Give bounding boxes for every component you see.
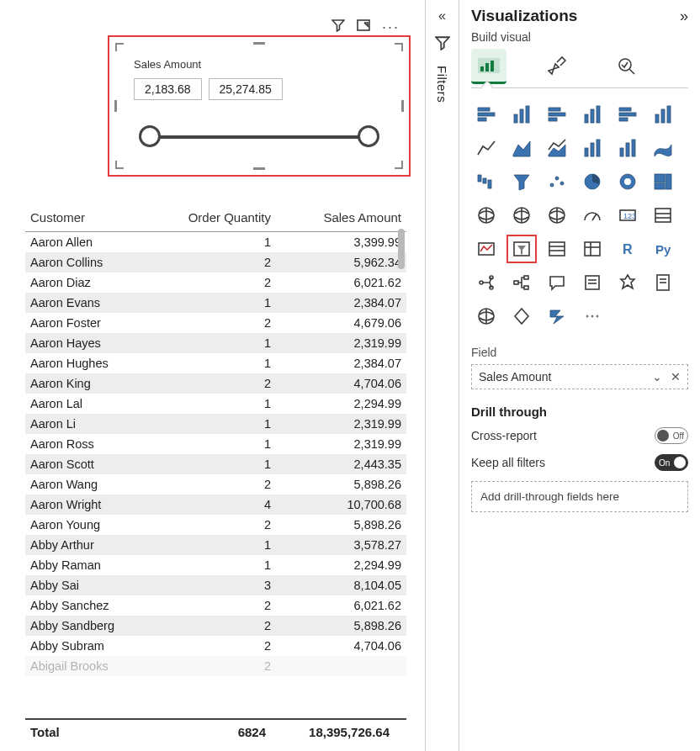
viz-paginated-icon[interactable] <box>648 268 678 297</box>
table-row[interactable]: Aaron King24,704.06 <box>25 373 406 394</box>
tab-analytics[interactable] <box>609 49 644 84</box>
viz-line-icon[interactable] <box>471 134 501 162</box>
viz-filled-map-icon[interactable] <box>506 201 537 230</box>
cross-report-toggle[interactable]: Off <box>655 427 688 444</box>
col-order-qty[interactable]: Order Quantity <box>177 205 276 232</box>
keep-filters-toggle[interactable]: On <box>655 454 688 471</box>
viz-slicer-icon[interactable] <box>506 235 537 263</box>
table-row[interactable]: Abby Arthur13,578.27 <box>25 535 406 555</box>
viz-powerautomate-icon[interactable] <box>542 302 572 331</box>
resize-handle[interactable] <box>253 42 265 45</box>
field-well[interactable]: Sales Amount ⌄ ✕ <box>471 364 688 389</box>
viz-stacked-bar-100-icon[interactable] <box>612 100 643 129</box>
resize-handle[interactable] <box>115 161 124 169</box>
resize-handle[interactable] <box>253 167 265 170</box>
slicer-min-input[interactable]: 2,183.68 <box>134 78 202 100</box>
resize-handle[interactable] <box>395 43 403 51</box>
viz-funnel-icon[interactable] <box>506 167 537 196</box>
slicer-visual[interactable]: Sales Amount 2,183.68 25,274.85 <box>108 35 411 177</box>
resize-handle[interactable] <box>395 161 403 169</box>
cell-qty: 1 <box>177 232 276 253</box>
table-row[interactable]: Aaron Evans12,384.07 <box>25 293 406 313</box>
table-row[interactable]: Aaron Wright410,700.68 <box>25 494 406 515</box>
viz-donut-icon[interactable] <box>612 167 643 196</box>
viz-stacked-column-100-icon[interactable] <box>648 100 678 129</box>
viz-treemap-icon[interactable] <box>648 167 678 196</box>
table-row[interactable]: Aaron Hayes12,319.99 <box>25 333 406 353</box>
viz-waterfall-icon[interactable] <box>471 167 501 196</box>
viz-more-icon[interactable] <box>577 302 607 331</box>
slicer-handle-min[interactable] <box>139 125 161 147</box>
table-row[interactable]: Abby Subram24,704.06 <box>25 636 406 656</box>
table-row[interactable]: Aaron Allen13,399.99 <box>25 232 406 253</box>
viz-stacked-column-icon[interactable] <box>506 100 537 129</box>
expand-icon[interactable]: » <box>680 8 688 25</box>
table-row[interactable]: Abby Raman12,294.99 <box>25 555 406 575</box>
resize-handle[interactable] <box>115 43 124 51</box>
col-customer[interactable]: Customer <box>25 205 177 232</box>
viz-stacked-area-icon[interactable] <box>542 134 572 162</box>
cell-qty: 1 <box>177 333 276 353</box>
slicer-handle-max[interactable] <box>358 125 379 147</box>
viz-map-icon[interactable] <box>471 201 501 230</box>
viz-card-icon[interactable]: 123 <box>612 201 643 230</box>
viz-arcgis-icon[interactable] <box>471 302 501 331</box>
table-row[interactable]: Aaron Scott12,443.35 <box>25 454 406 474</box>
more-options-icon[interactable]: ··· <box>382 19 400 36</box>
collapse-icon[interactable]: « <box>438 8 446 24</box>
viz-stacked-bar-icon[interactable] <box>471 100 501 129</box>
filters-pane-collapsed[interactable]: « Filters <box>426 0 459 751</box>
table-row[interactable]: Aaron Li12,319.99 <box>25 414 406 434</box>
viz-ribbon-icon[interactable] <box>648 134 678 162</box>
table-row[interactable]: Abby Sandberg25,898.26 <box>25 616 406 636</box>
table-row[interactable]: Aaron Collins25,962.34 <box>25 252 406 272</box>
viz-goals-icon[interactable] <box>612 268 643 297</box>
viz-area-icon[interactable] <box>506 134 537 162</box>
table-row[interactable]: Aaron Diaz26,021.62 <box>25 272 406 293</box>
viz-azure-map-icon[interactable] <box>542 201 572 230</box>
drill-through-dropzone[interactable]: Add drill-through fields here <box>471 481 688 512</box>
table-row[interactable]: Abby Sai38,104.05 <box>25 575 406 595</box>
table-row[interactable]: Aaron Young25,898.26 <box>25 515 406 535</box>
viz-line-clustered-column-icon[interactable] <box>612 134 643 162</box>
svg-rect-64 <box>514 281 518 284</box>
viz-pie-icon[interactable] <box>577 167 607 196</box>
viz-multi-row-card-icon[interactable] <box>648 201 678 230</box>
viz-powerapps-icon[interactable] <box>506 302 537 331</box>
col-sales-amount[interactable]: Sales Amount <box>276 205 406 232</box>
viz-gauge-icon[interactable] <box>577 201 607 230</box>
viz-r-visual-icon[interactable]: R <box>612 235 643 263</box>
viz-kpi-icon[interactable] <box>471 235 501 263</box>
table-scrollbar[interactable] <box>398 209 405 696</box>
table-row[interactable]: Aaron Foster24,679.06 <box>25 313 406 333</box>
table-row[interactable]: Abby Sanchez26,021.62 <box>25 595 406 616</box>
remove-field-icon[interactable]: ✕ <box>671 370 681 383</box>
viz-narrative-icon[interactable] <box>577 268 607 297</box>
tab-format-visual[interactable] <box>540 49 575 84</box>
focus-mode-icon[interactable] <box>357 19 370 36</box>
filter-icon[interactable] <box>331 19 345 36</box>
viz-qna-icon[interactable] <box>542 268 572 297</box>
slicer-max-input[interactable]: 25,274.85 <box>209 78 283 100</box>
viz-table-icon[interactable] <box>542 235 572 263</box>
scrollbar-thumb[interactable] <box>398 229 405 269</box>
resize-handle[interactable] <box>114 100 118 112</box>
viz-decomposition-tree-icon[interactable] <box>506 268 537 297</box>
viz-py-visual-icon[interactable]: Py <box>648 235 678 263</box>
viz-line-stacked-column-icon[interactable] <box>577 134 607 162</box>
viz-matrix-icon[interactable] <box>577 235 607 263</box>
viz-clustered-bar-icon[interactable] <box>542 100 572 129</box>
table-visual[interactable]: Customer Order Quantity Sales Amount Aar… <box>25 205 406 743</box>
slicer-track[interactable] <box>149 135 369 139</box>
chevron-down-icon[interactable]: ⌄ <box>652 370 662 383</box>
viz-scatter-icon[interactable] <box>542 167 572 196</box>
viz-clustered-column-icon[interactable] <box>577 100 607 129</box>
table-row[interactable]: Abigail Brooks2 <box>25 656 406 676</box>
tab-build-visual[interactable] <box>471 49 506 84</box>
table-row[interactable]: Aaron Wang25,898.26 <box>25 474 406 494</box>
table-row[interactable]: Aaron Lal12,294.99 <box>25 394 406 414</box>
table-row[interactable]: Aaron Hughes12,384.07 <box>25 353 406 373</box>
resize-handle[interactable] <box>400 100 404 112</box>
viz-key-influencers-icon[interactable] <box>471 268 501 297</box>
table-row[interactable]: Aaron Ross12,319.99 <box>25 434 406 454</box>
